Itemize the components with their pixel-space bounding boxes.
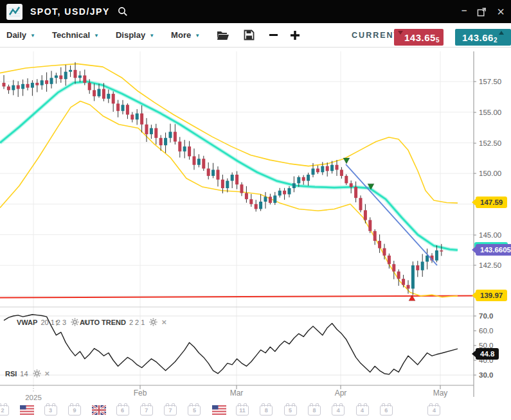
- candle: [359, 198, 363, 210]
- candle: [340, 170, 343, 176]
- calendar-day-icon[interactable]: 6: [116, 405, 129, 416]
- calendar-day-icon[interactable]: 5: [188, 405, 201, 416]
- calendar-day-icon[interactable]: 7: [140, 405, 153, 416]
- candle: [193, 156, 196, 164]
- calendar-flag-us-icon[interactable]: [212, 405, 226, 415]
- candle: [188, 146, 191, 156]
- candle: [88, 83, 91, 90]
- candle: [145, 125, 148, 134]
- close-icon[interactable]: ×: [161, 318, 166, 326]
- candle: [364, 210, 367, 220]
- axis-tick-label: 155.00: [479, 109, 501, 116]
- menu-more-label: More: [171, 30, 191, 40]
- vwap-midline-glow: [0, 82, 458, 250]
- candle: [217, 170, 220, 179]
- calendar-flag-us-icon[interactable]: [20, 405, 34, 415]
- symbol-title: SPOT, USD/JPY: [30, 6, 110, 17]
- candle: [288, 188, 291, 195]
- candle: [354, 187, 357, 198]
- calendar-flag-uk-icon[interactable]: [92, 405, 106, 415]
- candle: [249, 199, 253, 204]
- candle: [69, 70, 72, 72]
- calendar-day-icon[interactable]: 8: [308, 405, 321, 416]
- menu-technical[interactable]: Technical ▼: [52, 30, 99, 40]
- candle: [21, 84, 24, 89]
- calendar-day-icon[interactable]: 8: [260, 405, 273, 416]
- open-folder-icon[interactable]: [217, 30, 229, 40]
- candle: [126, 105, 129, 114]
- candle: [292, 183, 296, 188]
- price-chart-canvas[interactable]: ↑157.50155.00152.50150.00145.00142.5070.…: [0, 48, 511, 420]
- candle: [269, 197, 272, 203]
- gear-icon[interactable]: [33, 369, 41, 378]
- calendar-day-icon[interactable]: 11: [236, 405, 249, 416]
- candle: [136, 114, 139, 120]
- menu-more[interactable]: More ▼: [171, 30, 200, 40]
- calendar-day-icon[interactable]: 2: [0, 405, 9, 416]
- bid-price-badge: 143.655: [394, 29, 444, 46]
- candle: [140, 114, 143, 125]
- candle: [93, 90, 96, 96]
- search-icon[interactable]: [118, 6, 128, 17]
- calendar-day-icon[interactable]: 5: [284, 405, 297, 416]
- candle: [435, 250, 438, 261]
- candle: [259, 202, 262, 209]
- zoom-in-icon[interactable]: [290, 30, 300, 40]
- candle: [26, 84, 30, 88]
- candle: [35, 83, 39, 85]
- popout-button[interactable]: [477, 7, 487, 17]
- calendar-day-icon[interactable]: 4: [427, 405, 440, 416]
- rsi-value-badge: 44.8: [476, 348, 499, 360]
- close-icon[interactable]: ×: [45, 369, 50, 378]
- menu-display[interactable]: Display ▼: [116, 30, 154, 40]
- candle: [174, 132, 177, 141]
- candle: [112, 94, 115, 103]
- signal-down-triangle-icon: [343, 158, 350, 164]
- gear-icon[interactable]: [71, 318, 79, 326]
- candle: [297, 177, 300, 184]
- close-button[interactable]: ×: [497, 5, 505, 18]
- candle: [116, 103, 120, 110]
- candle: [50, 78, 53, 84]
- candle: [255, 204, 258, 209]
- ask-price-pip: 2: [494, 37, 498, 44]
- axis-tick-label: 142.50: [479, 261, 501, 269]
- candle: [207, 168, 210, 175]
- ask-price-badge: 143.662: [455, 29, 511, 46]
- calendar-day-icon[interactable]: 7: [164, 405, 177, 416]
- ask-price-value: 143.66: [462, 32, 494, 43]
- calendar-day-icon[interactable]: 9: [68, 405, 81, 416]
- candle: [221, 180, 224, 188]
- candle: [336, 165, 339, 170]
- candle: [74, 70, 77, 78]
- candle: [55, 75, 58, 78]
- calendar-day-icon[interactable]: 4: [332, 405, 345, 416]
- minimize-button[interactable]: –: [462, 5, 467, 15]
- axis-tick-label: 157.50: [479, 78, 501, 85]
- candle: [64, 72, 67, 79]
- bid-price-pip: 5: [436, 37, 440, 44]
- month-label: May: [433, 389, 448, 398]
- calendar-day-icon[interactable]: 3: [44, 405, 57, 416]
- candle: [7, 87, 10, 91]
- save-icon[interactable]: [244, 30, 255, 40]
- menu-timeframe-daily[interactable]: Daily ▼: [6, 30, 35, 40]
- candle: [416, 265, 419, 270]
- menu-display-label: Display: [116, 30, 145, 40]
- calendar-day-icon[interactable]: 6: [380, 405, 393, 416]
- zoom-out-icon[interactable]: [269, 30, 278, 40]
- candle: [402, 279, 405, 285]
- legend-vwap: VWAP 20 1 2 3 ×: [17, 318, 88, 326]
- price-level-badge: 143.6605: [476, 244, 511, 256]
- candle: [278, 191, 282, 196]
- candle: [397, 272, 400, 279]
- calendar-day-icon[interactable]: 4: [356, 405, 369, 416]
- candle: [211, 170, 215, 176]
- month-label: Apr: [335, 389, 347, 398]
- month-label: Mar: [230, 389, 244, 398]
- candle: [283, 191, 286, 195]
- gear-icon[interactable]: [149, 318, 157, 326]
- axis-tick-label: 30.0: [479, 371, 493, 379]
- menu-daily-label: Daily: [6, 30, 26, 40]
- legend-auto-trend-params: 2 2 1: [129, 319, 145, 326]
